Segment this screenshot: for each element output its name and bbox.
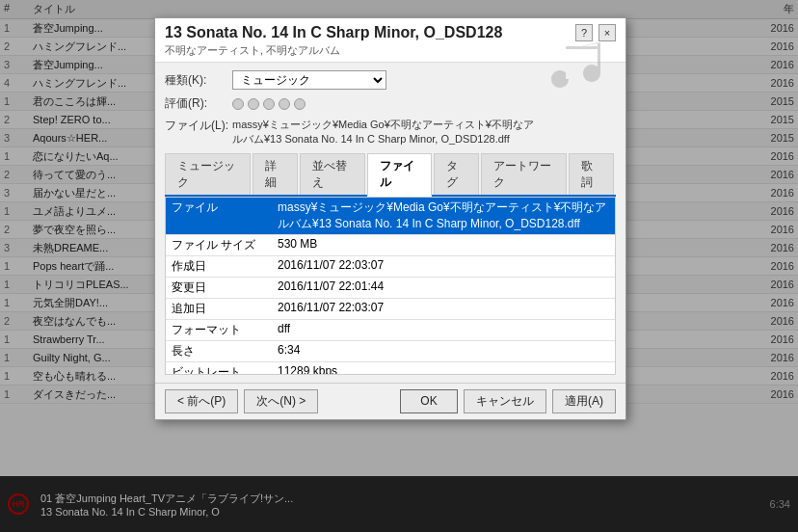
audio-properties-dialog: 13 Sonata No. 14 In C Sharp Minor, O_DSD… (154, 17, 626, 420)
tab-ファイル[interactable]: ファイル (367, 153, 433, 197)
kind-label: 種類(K): (165, 72, 232, 89)
rating-dot-3[interactable] (263, 98, 275, 110)
rating-row: 評価(R): (165, 95, 616, 112)
props-row[interactable]: 変更日2016/11/07 22:01:44 (166, 278, 615, 299)
dialog-title-area: 13 Sonata No. 14 In C Sharp Minor, O_DSD… (165, 24, 575, 58)
kind-control: ミュージック (232, 70, 616, 90)
ok-button[interactable]: OK (400, 389, 458, 413)
props-val: dff (272, 320, 615, 340)
props-val: 2016/11/07 22:01:44 (272, 278, 615, 298)
props-val: 11289 kbps (272, 362, 615, 375)
dialog-titlebar: 13 Sonata No. 14 In C Sharp Minor, O_DSD… (155, 18, 625, 63)
props-key: ファイル (166, 198, 272, 234)
props-container: ファイルmassy¥ミュージック¥Media Go¥不明なアーティスト¥不明なア… (165, 197, 616, 375)
svg-rect-0 (566, 46, 598, 49)
tab-アートワーク[interactable]: アートワーク (481, 153, 567, 195)
rating-label: 評価(R): (165, 95, 232, 112)
apply-button[interactable]: 適用(A) (552, 389, 616, 413)
footer-nav: < 前へ(P) 次へ(N) > (165, 389, 318, 413)
props-val: 6:34 (272, 341, 615, 361)
tab-ミュージック[interactable]: ミュージック (165, 153, 251, 195)
tab-歌詞[interactable]: 歌詞 (569, 153, 614, 195)
props-val: 2016/11/07 22:03:07 (272, 256, 615, 277)
dialog-tabs: ミュージック詳細並べ替えファイルタグアートワーク歌詞 (165, 153, 616, 197)
props-row[interactable]: 作成日2016/11/07 22:03:07 (166, 256, 615, 278)
tab-並べ替え[interactable]: 並べ替え (300, 153, 365, 195)
footer-actions: OK キャンセル 適用(A) (400, 389, 616, 413)
kind-row: 種類(K): ミュージック (165, 70, 616, 90)
rating-dot-1[interactable] (232, 98, 244, 110)
dialog-body: 種類(K): ミュージック 評価(R): ファイル(L): massy¥ミュージ… (155, 63, 625, 383)
dialog-title-sub: 不明なアーティスト, 不明なアルバム (165, 43, 575, 58)
dialog-footer: < 前へ(P) 次へ(N) > OK キャンセル 適用(A) (155, 383, 625, 419)
file-path-text: massy¥ミュージック¥Media Go¥不明なアーティスト¥不明なアルバム¥… (232, 118, 616, 147)
props-row[interactable]: ビットレート11289 kbps (166, 362, 615, 375)
dialog-title-main: 13 Sonata No. 14 In C Sharp Minor, O_DSD… (165, 24, 575, 41)
props-val: 530 MB (272, 235, 615, 255)
props-key: 長さ (166, 341, 272, 361)
props-val: massy¥ミュージック¥Media Go¥不明なアーティスト¥不明なアルバム¥… (272, 198, 615, 234)
props-key: 変更日 (166, 278, 272, 298)
rating-dots[interactable] (232, 98, 306, 110)
props-key: 追加日 (166, 299, 272, 319)
cancel-button[interactable]: キャンセル (464, 389, 546, 413)
props-row[interactable]: ファイルmassy¥ミュージック¥Media Go¥不明なアーティスト¥不明なア… (166, 198, 615, 235)
props-row[interactable]: ファイル サイズ530 MB (166, 235, 615, 256)
kind-select[interactable]: ミュージック (232, 70, 386, 90)
props-row[interactable]: 長さ6:34 (166, 341, 615, 362)
props-key: フォーマット (166, 320, 272, 340)
props-val: 2016/11/07 22:03:07 (272, 299, 615, 319)
props-row[interactable]: フォーマットdff (166, 320, 615, 341)
props-key: 作成日 (166, 256, 272, 277)
prev-button[interactable]: < 前へ(P) (165, 389, 238, 413)
rating-dot-4[interactable] (279, 98, 290, 110)
props-row[interactable]: 追加日2016/11/07 22:03:07 (166, 299, 615, 320)
file-label: ファイル(L): (165, 118, 232, 134)
tab-詳細[interactable]: 詳細 (253, 153, 298, 195)
props-key: ビットレート (166, 362, 272, 375)
rating-dot-2[interactable] (248, 98, 259, 110)
tab-タグ[interactable]: タグ (434, 153, 479, 195)
file-path-row: ファイル(L): massy¥ミュージック¥Media Go¥不明なアーティスト… (165, 118, 616, 147)
props-key: ファイル サイズ (166, 235, 272, 255)
rating-dot-5[interactable] (294, 98, 306, 110)
next-button[interactable]: 次へ(N) > (244, 389, 318, 413)
